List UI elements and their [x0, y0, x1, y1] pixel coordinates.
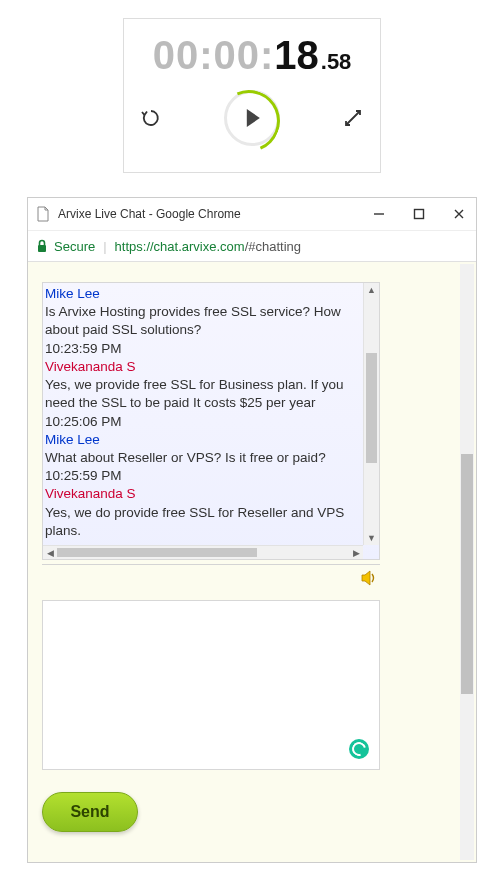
chat-vscroll-thumb[interactable]	[366, 353, 377, 463]
address-divider: |	[103, 239, 106, 254]
page-icon	[36, 206, 50, 222]
page-scrollbar[interactable]	[460, 264, 474, 860]
chat-hscroll-thumb[interactable]	[57, 548, 257, 557]
compose-area[interactable]	[42, 600, 380, 770]
chat-transcript: Mike LeeIs Arvixe Hosting provides free …	[42, 282, 380, 560]
svg-rect-1	[38, 245, 46, 252]
svg-rect-0	[415, 210, 424, 219]
chat-sender: Mike Lee	[45, 431, 357, 449]
scroll-up-arrow[interactable]: ▲	[364, 283, 379, 297]
chat-text: Yes, we do provide free SSL for Reseller…	[45, 504, 357, 540]
chat-horizontal-scrollbar[interactable]: ◀ ▶	[43, 545, 363, 559]
chat-sender: Mike Lee	[45, 285, 357, 303]
chat-timestamp: 10:25:06 PM	[45, 413, 357, 431]
sound-icon	[360, 569, 380, 587]
chat-text: Yes, we provide free SSL for Business pl…	[45, 376, 357, 412]
chat-vertical-scrollbar[interactable]: ▲ ▼	[363, 283, 379, 545]
time-zero-prefix: 00:00:	[153, 33, 275, 78]
stopwatch-time: 00:00: 18 .58	[153, 33, 352, 78]
page-content: Mike LeeIs Arvixe Hosting provides free …	[28, 262, 476, 862]
url-host: https://chat.arvixe.com	[115, 239, 245, 254]
chat-messages: Mike LeeIs Arvixe Hosting provides free …	[43, 283, 361, 545]
url-path: /#chatting	[245, 239, 301, 254]
grammarly-icon[interactable]	[349, 739, 369, 759]
minimize-button[interactable]	[370, 205, 388, 223]
sound-toggle[interactable]	[360, 569, 380, 592]
reset-icon	[139, 106, 163, 130]
lock-icon	[36, 239, 48, 253]
scroll-down-arrow[interactable]: ▼	[364, 531, 379, 545]
close-icon	[453, 208, 465, 220]
stopwatch-widget: 00:00: 18 .58	[123, 18, 381, 173]
browser-window: Arvixe Live Chat - Google Chrome Secure …	[27, 197, 477, 863]
window-title: Arvixe Live Chat - Google Chrome	[58, 207, 241, 221]
stopwatch-controls	[128, 90, 376, 146]
expand-icon	[342, 107, 364, 129]
window-titlebar: Arvixe Live Chat - Google Chrome	[28, 198, 476, 230]
scroll-left-arrow[interactable]: ◀	[43, 546, 57, 560]
page-scrollbar-thumb[interactable]	[461, 454, 473, 694]
play-icon	[247, 109, 260, 127]
chat-sender: Vivekananda S	[45, 358, 357, 376]
scroll-right-arrow[interactable]: ▶	[349, 546, 363, 560]
time-fraction: .58	[321, 49, 352, 75]
chat-sender: Vivekananda S	[45, 485, 357, 503]
time-seconds: 18	[274, 33, 319, 78]
message-input[interactable]	[43, 601, 379, 769]
play-button[interactable]	[224, 90, 280, 146]
chat-timestamp: 10:25:59 PM	[45, 467, 357, 485]
maximize-button[interactable]	[410, 205, 428, 223]
maximize-icon	[413, 208, 425, 220]
expand-button[interactable]	[330, 95, 376, 141]
reset-button[interactable]	[128, 95, 174, 141]
address-bar[interactable]: Secure | https://chat.arvixe.com /#chatt…	[28, 230, 476, 262]
send-button[interactable]: Send	[42, 792, 138, 832]
chat-timestamp: 10:23:59 PM	[45, 340, 357, 358]
close-button[interactable]	[450, 205, 468, 223]
minimize-icon	[373, 208, 385, 220]
chat-text: Is Arvixe Hosting provides free SSL serv…	[45, 303, 357, 339]
chat-text: What about Reseller or VPS? Is it free o…	[45, 449, 357, 467]
secure-label: Secure	[54, 239, 95, 254]
